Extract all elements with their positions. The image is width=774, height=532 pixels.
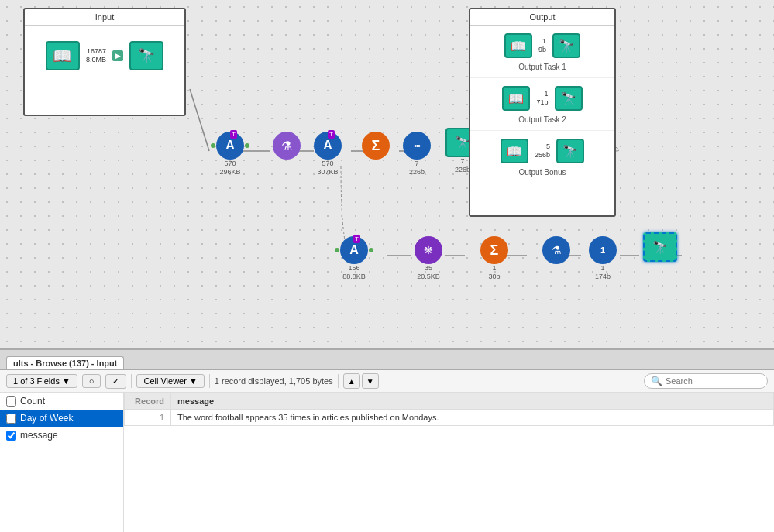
output-task-1-label: Output Task 1: [518, 63, 566, 71]
search-input[interactable]: [666, 376, 766, 386]
node-badge-t3: T: [353, 235, 360, 243]
output-browse-3: 🔭: [556, 139, 584, 163]
fields-dropdown-icon: ▼: [62, 376, 71, 386]
output-box: Output 📖 19b 🔭 Output Task 1 📖 171b 🔭 Ou…: [469, 8, 616, 217]
col-header-message: message: [171, 393, 774, 410]
input-box: Input 📖 16787 8.0MB ▶ 🔭: [23, 8, 186, 116]
nav-up-button[interactable]: ▲: [343, 373, 360, 389]
cell-viewer-dropdown-icon: ▼: [189, 376, 198, 386]
bottom-panel: ults - Browse (137) - Input 1 of 3 Field…: [0, 348, 774, 532]
output-task-2-label: Output Task 2: [518, 115, 566, 124]
content-row: Count Day of Week message Record message: [0, 393, 774, 532]
cluster-label: 3520.5KB: [417, 264, 440, 281]
browse-node-selected[interactable]: 🔭: [643, 232, 677, 262]
input-book-icon: 📖: [46, 41, 80, 70]
dots-label: 7226b: [409, 160, 425, 177]
output-book-2: 📖: [502, 86, 530, 111]
alteryx-label-2: 15688.8KB: [342, 264, 366, 281]
connector-right: ▶: [112, 50, 123, 61]
svg-line-0: [190, 89, 209, 151]
sigma-node-2[interactable]: Σ 130b: [480, 236, 508, 281]
data-table: Record message 1 The word football appea…: [124, 393, 774, 426]
alteryx-node-2[interactable]: A T 15688.8KB: [335, 236, 373, 281]
browse-label-1: 7226b: [455, 157, 470, 174]
fields-button-label: 1 of 3 Fields: [13, 376, 60, 386]
checkmark-icon: ✓: [112, 376, 119, 386]
field-day-of-week[interactable]: Day of Week: [0, 410, 123, 427]
table-row: 1 The word football appears 35 times in …: [125, 410, 774, 426]
field-dow-checkbox[interactable]: [6, 414, 16, 424]
output-task-1-section: 📖 19b 🔭 Output Task 1: [470, 26, 614, 78]
output-book-3: 📖: [501, 139, 528, 163]
fields-button[interactable]: 1 of 3 Fields ▼: [6, 374, 77, 388]
input-box-title: Input: [25, 9, 184, 26]
field-count-label: Count: [20, 396, 45, 407]
num-node-2[interactable]: 1 1174b: [589, 236, 617, 281]
cell-message-value: The word football appears 35 times in ar…: [171, 410, 774, 426]
output-browse-2: 🔭: [555, 86, 583, 111]
node-label-1: 570296KB: [219, 160, 240, 177]
cluster-node[interactable]: ❋ 3520.5KB: [415, 236, 442, 281]
separator-2: [209, 374, 210, 388]
fields-list: Count Day of Week message: [0, 393, 124, 532]
data-area: Record message 1 The word football appea…: [124, 393, 774, 532]
output-browse-1: 🔭: [552, 33, 580, 58]
field-message[interactable]: message: [0, 427, 123, 444]
output-box-title: Output: [470, 9, 614, 26]
output-book-1: 📖: [504, 33, 532, 58]
flask-node-1[interactable]: ⚗: [273, 132, 301, 160]
num-label-2: 1174b: [595, 264, 611, 281]
separator-3: [338, 374, 339, 388]
field-message-label: message: [20, 430, 58, 441]
flow-canvas: Input 📖 16787 8.0MB ▶ 🔭 A T 570296KB ⚗ A: [0, 0, 774, 348]
search-box: 🔍: [644, 373, 768, 389]
col-header-record: Record: [125, 393, 171, 410]
checkmark-button[interactable]: ✓: [105, 374, 126, 389]
input-rows: 16787: [86, 47, 106, 56]
tab-bar: ults - Browse (137) - Input: [0, 350, 774, 370]
dots-node[interactable]: ••• 7226b: [403, 132, 431, 177]
field-dow-label: Day of Week: [20, 413, 73, 424]
nav-buttons: ▲ ▼: [343, 373, 379, 389]
sum-node-blue[interactable]: A T 570307KB: [314, 132, 342, 177]
sigma-label-2: 130b: [488, 264, 500, 281]
field-count[interactable]: Count: [0, 393, 123, 410]
active-tab[interactable]: ults - Browse (137) - Input: [6, 356, 124, 369]
output-bonus-label: Output Bonus: [518, 168, 566, 177]
field-count-checkbox[interactable]: [6, 396, 16, 407]
node-badge-t2: T: [328, 130, 335, 139]
cell-viewer-label: Cell Viewer: [143, 376, 186, 386]
toolbar-row: 1 of 3 Fields ▼ ○ ✓ Cell Viewer ▼ 1 reco…: [0, 370, 774, 393]
cell-record-num: 1: [125, 410, 171, 426]
alteryx-node-1[interactable]: A T 570296KB: [211, 132, 249, 177]
separator-1: [131, 374, 132, 388]
input-browse-icon: 🔭: [129, 41, 163, 70]
output-task-2-section: 📖 171b 🔭 Output Task 2: [470, 78, 614, 131]
sum-label-blue: 570307KB: [317, 160, 338, 177]
record-info: 1 record displayed, 1,705 bytes: [215, 376, 333, 386]
field-message-checkbox[interactable]: [6, 431, 16, 441]
node-badge-t: T: [230, 130, 237, 139]
input-size: 8.0MB: [86, 56, 106, 64]
search-icon: 🔍: [651, 376, 662, 386]
sigma-node[interactable]: Σ: [362, 132, 390, 160]
cell-viewer-button[interactable]: Cell Viewer ▼: [136, 374, 204, 388]
nav-down-button[interactable]: ▼: [362, 373, 379, 389]
check-circle-button[interactable]: ○: [82, 374, 101, 388]
flask-node-2[interactable]: ⚗: [542, 236, 570, 264]
output-bonus-section: 📖 5256b 🔭 Output Bonus: [470, 131, 614, 183]
circle-icon: ○: [89, 376, 95, 386]
